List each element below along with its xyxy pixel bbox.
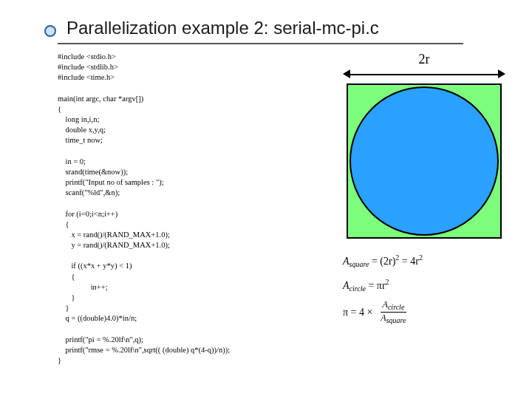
- a-sq-sub: square: [349, 260, 369, 268]
- frac-den-sub: square: [386, 317, 406, 325]
- a-sq-lhs: A: [343, 256, 349, 267]
- arrow-right-icon: [498, 69, 505, 78]
- a-sq-rhs-a: = (2r): [372, 256, 395, 267]
- a-ci-lhs: A: [343, 280, 349, 291]
- pi-lhs: π = 4 ×: [343, 302, 372, 323]
- slide: Parallelization example 2: serial-mc-pi.…: [0, 0, 532, 399]
- formula-a-square: Asquare = (2r)2 = 4r2: [343, 250, 505, 272]
- a-ci-exp: 2: [386, 278, 389, 286]
- title-rule: [58, 43, 463, 44]
- diameter-arrow: [343, 69, 505, 81]
- formula-a-circle: Acircle = πr2: [343, 275, 505, 296]
- bullet-icon: [44, 25, 56, 37]
- title-row: Parallelization example 2: serial-mc-pi.…: [44, 18, 505, 43]
- frac-num-sub: circle: [388, 303, 404, 311]
- slide-title: Parallelization example 2: serial-mc-pi.…: [66, 18, 379, 38]
- a-sq-exp1: 2: [395, 253, 399, 262]
- a-sq-exp2: 2: [419, 253, 423, 262]
- frac-den-a: A: [381, 313, 386, 323]
- circle-in-square-figure: [347, 83, 502, 239]
- a-ci-sub: circle: [349, 285, 366, 293]
- circle-shape: [349, 86, 499, 236]
- a-sq-rhs-b: = 4r: [402, 256, 419, 267]
- arrow-line: [347, 74, 501, 75]
- formulas: Asquare = (2r)2 = 4r2 Acircle = πr2 π = …: [343, 250, 505, 325]
- code-block: #include <stdio.h> #include <stdlib.h> #…: [58, 52, 328, 366]
- diameter-label: 2r: [343, 52, 505, 67]
- a-ci-rhs: = πr: [368, 280, 385, 291]
- pi-fraction: Acircle Asquare: [378, 300, 408, 325]
- right-column: 2r Asquare = (2r)2 = 4r2: [343, 52, 505, 328]
- content-row: #include <stdio.h> #include <stdlib.h> #…: [44, 52, 505, 366]
- frac-num-a: A: [383, 299, 388, 310]
- formula-pi: π = 4 × Acircle Asquare: [343, 300, 505, 325]
